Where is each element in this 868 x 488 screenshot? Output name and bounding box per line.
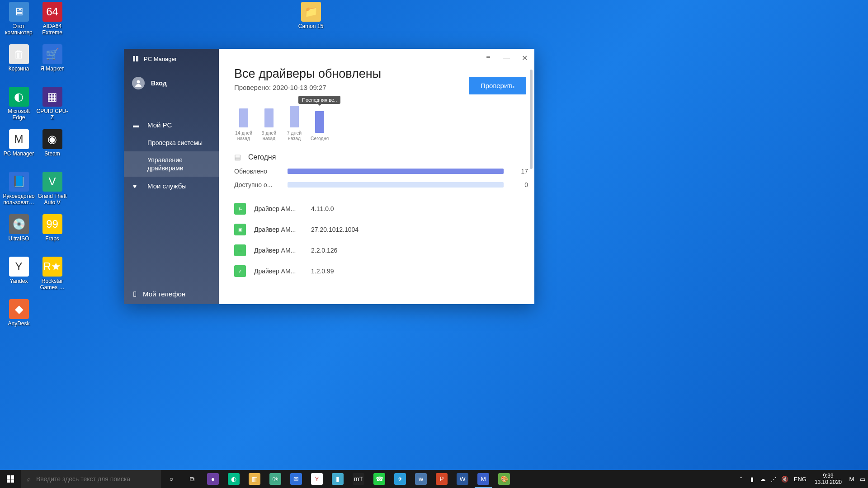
stat-label: Доступно о... (234, 181, 288, 188)
taskbar-app-pc-manager[interactable]: M (473, 470, 494, 488)
stat-value: 17 (504, 168, 528, 175)
desktop-icon[interactable]: 99Fraps (35, 214, 69, 242)
minimize-button[interactable]: — (502, 54, 511, 62)
taskbar-app-powerpoint[interactable]: P (431, 470, 452, 488)
clock-time: 9:39 (815, 473, 842, 479)
desktop-icon[interactable]: 🗑Корзина (2, 44, 36, 72)
desktop-icon[interactable]: ▦CPUID CPU-Z (35, 87, 69, 121)
desktop-icon-label: Этот компьютер (2, 23, 36, 36)
close-button[interactable]: ✕ (520, 54, 529, 62)
taskbar-search[interactable]: ⌕ (21, 470, 161, 488)
driver-row[interactable]: ▣Драйвер AM...27.20.1012.1004 (234, 219, 528, 240)
desktop-icon-label: Steam (35, 150, 69, 157)
desktop-icon-label: Руководство пользоват… (2, 193, 36, 206)
taskbar-app-telegram[interactable]: ✈ (390, 470, 410, 488)
tray-pc-manager-icon[interactable]: M (846, 470, 857, 488)
tray-language[interactable]: ENG (790, 476, 810, 483)
system-tray: ˄ ▮ ☁ ⋰ 🔇 ENG 9:39 13.10.2020 M ▭ (736, 470, 868, 488)
heart-icon: ♥ (133, 183, 141, 190)
desktop-icon[interactable]: ◉Steam (35, 129, 69, 157)
bar-label: 9 дней назад (259, 130, 278, 141)
desktop-icon-glyph: ▦ (42, 87, 62, 107)
user-login[interactable]: Вход (124, 69, 219, 98)
search-input[interactable] (36, 475, 155, 483)
taskbar-app-word[interactable]: W (452, 470, 473, 488)
taskbar-app-icon: ○ (165, 473, 177, 485)
driver-row[interactable]: ⰃДрайвер AM...4.11.0.0 (234, 198, 528, 219)
desktop-icon[interactable]: 64AIDA64 Extreme (35, 2, 69, 36)
tray-clock[interactable]: 9:39 13.10.2020 (810, 473, 846, 485)
tray-onedrive-icon[interactable]: ☁ (758, 470, 769, 488)
taskbar-app-vk[interactable]: w (410, 470, 431, 488)
sidebar-menu: ▬ Мой PC Проверка системы Управление дра… (124, 116, 219, 195)
scrollbar[interactable] (530, 70, 533, 169)
desktop-icon[interactable]: 🖥Этот компьютер (2, 2, 36, 36)
search-icon: ⌕ (27, 476, 31, 483)
tray-chevron-icon[interactable]: ˄ (736, 470, 747, 488)
svg-point-2 (137, 80, 140, 84)
app-logo-icon (132, 55, 139, 62)
taskbar-app-whatsapp[interactable]: ☎ (369, 470, 390, 488)
taskbar-app-paint[interactable]: 🎨 (494, 470, 514, 488)
tray-volume-icon[interactable]: 🔇 (779, 470, 790, 488)
taskbar-app-icon: ● (207, 473, 219, 485)
sidebar-item-driver-mgmt[interactable]: Управление драйверами (124, 151, 219, 177)
desktop-icon-label: CPUID CPU-Z (35, 108, 69, 121)
desktop-icon-glyph: 99 (42, 214, 62, 234)
driver-name: Драйвер AM... (254, 247, 303, 254)
driver-row[interactable]: ✓Драйвер AM...1.2.0.99 (234, 261, 528, 282)
taskbar-app-edge[interactable]: ◐ (223, 470, 244, 488)
desktop-icon[interactable]: VGrand Theft Auto V (35, 172, 69, 206)
desktop-icon-glyph: 📁 (301, 2, 321, 22)
tray-wifi-icon[interactable]: ⋰ (769, 470, 779, 488)
driver-row[interactable]: —Драйвер AM...2.2.0.126 (234, 240, 528, 261)
sidebar-item-my-services[interactable]: ♥ Мои службы (124, 177, 219, 195)
taskbar-app-mt-app[interactable]: mT (348, 470, 369, 488)
driver-name: Драйвер AM... (254, 226, 303, 233)
phone-icon: ▯ (133, 290, 137, 298)
desktop-icon[interactable]: 💿UltraISO (2, 214, 36, 242)
today-header: ▤ Сегодня (234, 153, 528, 161)
pc-manager-window: PC Manager Вход ▬ Мой PC Проверка систем… (124, 49, 534, 304)
driver-version: 2.2.0.126 (311, 247, 337, 254)
taskbar-app-taskview[interactable]: ⧉ (182, 470, 203, 488)
stat-value: 0 (504, 181, 528, 188)
taskbar-app-explorer[interactable]: ▥ (244, 470, 265, 488)
tray-battery-icon[interactable]: ▮ (747, 470, 758, 488)
desktop-icon[interactable]: ◆AnyDesk (2, 299, 36, 327)
desktop-icon[interactable]: R★Rockstar Games … (35, 257, 69, 291)
page-title: Все драйверы обновлены (234, 67, 528, 81)
tray-action-center-icon[interactable]: ▭ (857, 470, 868, 488)
history-bar: 9 дней назад (259, 108, 278, 141)
sidebar-item-system-check[interactable]: Проверка системы (124, 134, 219, 151)
start-button[interactable] (0, 470, 21, 488)
taskbar-app-yandex-browser[interactable]: Y (307, 470, 327, 488)
svg-rect-0 (133, 56, 135, 61)
taskbar-app-icon: W (457, 473, 468, 485)
taskbar-app-cortana[interactable]: ○ (161, 470, 182, 488)
desktop-icon[interactable]: MPC Manager (2, 129, 36, 157)
desktop-icon[interactable]: 📁Camon 15 (294, 2, 328, 29)
history-bars: Последняя ве.. 14 дней назад9 дней назад… (234, 108, 528, 141)
desktop-icon[interactable]: 📘Руководство пользоват… (2, 172, 36, 206)
sidebar-item-my-pc[interactable]: ▬ Мой PC (124, 116, 219, 134)
sidebar-item-my-phone[interactable]: ▯ Мой телефон (124, 283, 219, 304)
app-title: PC Manager (144, 56, 177, 62)
desktop-icon-glyph: 📘 (9, 172, 29, 192)
desktop-icon[interactable]: ◐Microsoft Edge (2, 87, 36, 121)
taskbar-app-store[interactable]: 🛍 (265, 470, 286, 488)
desktop-icon-glyph: M (9, 129, 29, 149)
checked-at: Проверено: 2020-10-13 09:27 (234, 84, 528, 91)
taskbar-app-yandex-alice[interactable]: ● (203, 470, 223, 488)
calendar-icon: ▤ (234, 153, 241, 161)
history-bar: Сегодня (310, 111, 329, 141)
taskbar-app-mail[interactable]: ✉ (286, 470, 307, 488)
taskbar-app-icon: ✉ (290, 473, 302, 485)
today-section: ▤ Сегодня Обновлено 17 Доступно о... 0 Ⰳ… (234, 153, 528, 282)
stat-available: Доступно о... 0 (234, 181, 528, 188)
taskbar-app-phone[interactable]: ▮ (327, 470, 348, 488)
desktop-icon[interactable]: YYandex (2, 257, 36, 284)
desktop-icon-label: AIDA64 Extreme (35, 23, 69, 36)
desktop-icon[interactable]: 🛒Я.Маркет (35, 44, 69, 72)
menu-icon[interactable]: ≡ (484, 54, 493, 62)
